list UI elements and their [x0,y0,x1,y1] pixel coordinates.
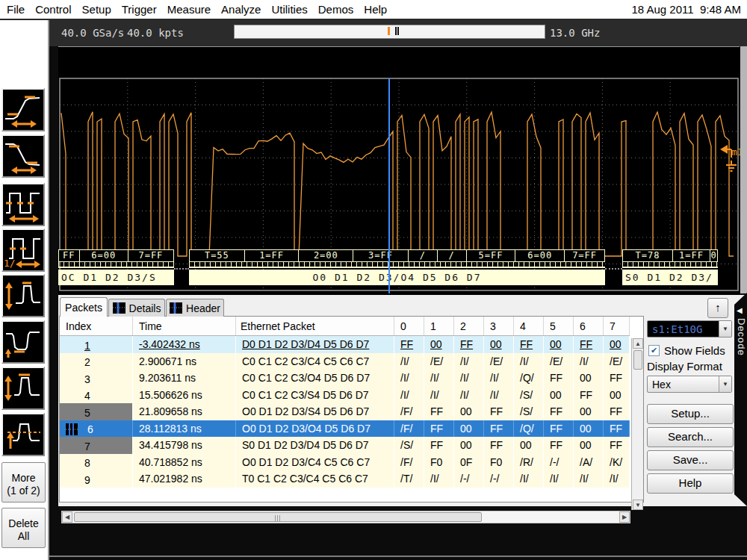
delete-all-button[interactable]: Delete All [1,508,46,548]
table-row[interactable]: 22.900671 nsC0 C1 C2 C3/C4 C5 C6 C7/I//E… [60,353,630,370]
tab-header[interactable]: Header [166,299,224,317]
table-row[interactable]: 628.112813 nsO0 D1 D2 D3/O4 D5 D6 D7/F/F… [60,420,630,438]
menu-item-utilities[interactable]: Utilities [271,3,307,16]
cell-byte-7[interactable]: 00 [604,336,630,353]
decode-field-value: 1=FF [673,250,710,261]
scroll-left-button[interactable]: ◀ [62,511,72,523]
decode-segment-connector [174,268,189,270]
cell-index[interactable]: 1 [60,336,133,353]
cell-byte-1[interactable]: 00 [424,336,454,353]
cell-byte-6: FF [574,387,604,404]
table-row[interactable]: 415.506626 nsC0 C1 C2 C3/S4 D5 D6 D7/I//… [60,387,630,404]
cell-byte-1: /I/ [424,370,454,387]
measure-top-button[interactable] [1,367,45,410]
table-row[interactable]: 521.809658 nsO0 D1 D2 D3/S4 D5 D6 D7/F/F… [60,403,630,420]
cell-byte-5[interactable]: 00 [544,336,574,353]
cell-time: 15.506626 ns [133,387,236,404]
display-format-value: Hex [648,376,719,392]
cell-byte-0: /T/ [394,470,424,488]
cell-byte-3: FF [484,437,514,454]
measure-base-button[interactable] [1,320,45,364]
measure-amplitude-button[interactable] [1,274,45,317]
scroll-up-button[interactable]: ▲ [633,338,643,349]
menu-item-analyze[interactable]: Analyze [221,3,261,16]
cell-packet[interactable]: D0 D1 D2 D3/D4 D5 D6 D7 [236,336,394,353]
decode-field-value: FF [59,250,80,261]
cell-byte-6: 00 [574,437,604,454]
cell-byte-5: /I/ [544,470,574,488]
waveform-cursor-icon [113,302,125,314]
menu-item-file[interactable]: File [7,3,25,16]
measure-period-button[interactable] [1,183,45,226]
measure-average-button[interactable] [1,413,45,456]
horizontal-scroll-thumb[interactable] [74,512,482,522]
index-value: 8 [84,457,90,469]
menu-item-control[interactable]: Control [35,3,71,16]
cell-index: 5 [60,403,133,420]
vertical-scrollbar[interactable]: ▲ ▼ [631,338,643,510]
cell-index: 2 [60,353,133,370]
tab-details[interactable]: Details [108,299,165,317]
cell-byte-0[interactable]: FF [394,336,424,353]
show-fields-checkbox-row[interactable]: ✔ Show Fields [648,344,725,357]
tab-packets[interactable]: Packets [60,297,108,317]
menu-item-setup[interactable]: Setup [82,3,111,16]
cell-byte-7: 00 [604,387,630,404]
scroll-right-button[interactable]: ▶ [619,511,630,523]
timebase-cursor[interactable] [388,78,390,293]
cell-byte-4: /Q/ [514,420,544,438]
timebase-position-marker[interactable] [388,27,390,35]
cell-byte-2[interactable]: FF [454,336,484,353]
decode-field-value: / [438,250,467,261]
table-row[interactable]: 734.415798 nsS0 D1 D2 D3/D4 D5 D6 D7/S/F… [60,437,630,454]
help-button[interactable]: Help [647,473,734,494]
chevron-down-icon[interactable]: ▼ [719,376,731,392]
more-button[interactable]: More (1 of 2) [1,462,46,503]
decode-packet-label: OC D1 D2 D3/S [58,270,174,285]
decode-packet-segment: T=781=FF0 S0 D1 D2 D3/ [622,249,718,285]
index-value: 6 [87,423,93,435]
menu-item-help[interactable]: Help [364,3,387,16]
decode-flyout-tab[interactable]: ◀ Decode [734,293,747,506]
table-row[interactable]: 840.718852 nsO0 D1 D2 D3/C4 C5 C6 C7/F/F… [60,454,630,471]
cell-packet: C0 C1 C2 C3/S4 D5 D6 D7 [236,387,394,404]
measure-rise-time-button[interactable] [1,88,45,131]
table-row[interactable]: 1-3.402432 nsD0 D1 D2 D3/D4 D5 D6 D7FF00… [60,336,630,353]
vertical-scroll-thumb[interactable] [633,350,642,370]
decode-source-combo[interactable]: s1:Et10G ▼ [647,320,732,337]
cell-byte-1: /I/ [424,387,454,404]
table-row[interactable]: 947.021982 nsT0 C1 C2 C3/C4 C5 C6 C7/T//… [60,470,630,488]
decode-field-value: 6=00 [515,250,565,261]
column-header-index: Index [60,317,133,335]
delete-all-label: All [18,530,30,542]
cell-byte-4[interactable]: FF [514,336,544,353]
table-row[interactable]: 39.203611 nsC0 C1 C2 C3/O4 D5 D6 D7/I//I… [60,370,630,387]
measurement-sidebar: More (1 of 2) Delete All 1/ [0,20,49,560]
display-format-combo[interactable]: Hex ▼ [647,376,732,393]
cell-packet: O0 D1 D2 D3/S4 D5 D6 D7 [236,403,394,420]
cell-byte-1: F0 [424,454,454,471]
memory-depth-readout: 40.0 kpts [127,27,184,39]
column-header-ethernet-packet: Ethernet Packet [236,317,394,335]
cell-byte-4: /I/ [514,353,544,370]
save-button[interactable]: Save... [647,450,734,470]
menu-item-measure[interactable]: Measure [167,3,211,16]
collapse-panel-button[interactable]: ↑ [707,298,728,318]
svg-text:1/: 1/ [4,258,16,269]
show-fields-checkbox[interactable]: ✔ [648,345,660,356]
cell-byte-0: /I/ [394,353,424,370]
cell-byte-6[interactable]: FF [574,336,604,353]
menu-item-demos[interactable]: Demos [318,3,354,16]
cell-time[interactable]: -3.402432 ns [133,336,236,353]
chevron-down-icon[interactable]: ▼ [719,321,731,337]
measure-frequency-button[interactable]: 1/ [1,228,45,272]
cell-byte-5: 00 [544,387,574,404]
setup-button[interactable]: Setup... [647,404,734,424]
tab-label: Packets [65,302,102,314]
horizontal-scrollbar[interactable]: ◀ ▶ [61,511,630,523]
measure-fall-time-button[interactable] [1,134,45,178]
scroll-down-button[interactable]: ▼ [633,500,643,510]
menu-item-trigger[interactable]: Trigger [122,3,157,16]
cell-byte-3[interactable]: 00 [484,336,514,353]
search-button[interactable]: Search... [647,427,734,447]
